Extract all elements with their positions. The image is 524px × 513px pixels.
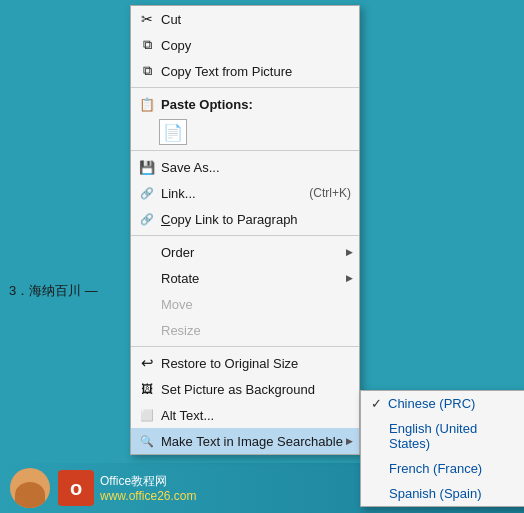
menu-item-restore[interactable]: Restore to Original Size [131, 350, 359, 376]
menu-item-link[interactable]: Link... (Ctrl+K) [131, 180, 359, 206]
restore-icon [137, 354, 157, 372]
menu-item-paste-header: 📋 Paste Options: [131, 91, 359, 117]
menu-item-alt-text[interactable]: Alt Text... [131, 402, 359, 428]
rotate-icon [137, 269, 157, 287]
office-logo: o [58, 470, 94, 506]
alt-text-label: Alt Text... [161, 408, 351, 423]
copy-text-icon [137, 62, 157, 80]
submenu-item-english[interactable]: English (United States) [361, 416, 524, 456]
paste-options-label: Paste Options: [161, 97, 351, 112]
paste-icon-row: 📄 [131, 117, 359, 147]
submenu-item-french[interactable]: French (France) [361, 456, 524, 481]
copy-link-label: Copy Link to Paragraph [161, 212, 351, 227]
paste-header-icon: 📋 [137, 95, 157, 113]
submenu-item-spanish[interactable]: Spanish (Spain) [361, 481, 524, 506]
left-label: 3．海纳百川 — [5, 280, 102, 302]
alttext-icon [137, 406, 157, 424]
menu-item-copy-text[interactable]: Copy Text from Picture [131, 58, 359, 84]
menu-item-copy-link[interactable]: Copy Link to Paragraph [131, 206, 359, 232]
move-icon [137, 295, 157, 313]
copylink-icon [137, 210, 157, 228]
watermark-info: Office教程网 www.office26.com [100, 473, 197, 504]
site-url: www.office26.com [100, 489, 197, 503]
menu-item-resize: Resize [131, 317, 359, 343]
submenu: Chinese (PRC) English (United States) Fr… [360, 390, 524, 507]
separator-1 [131, 87, 359, 88]
context-menu: Cut Copy Copy Text from Picture 📋 Paste … [130, 5, 360, 455]
cut-label: Cut [161, 12, 351, 27]
move-label: Move [161, 297, 351, 312]
avatar-body [15, 482, 45, 508]
office-logo-letter: o [70, 477, 82, 500]
copy-label: Copy [161, 38, 351, 53]
separator-2 [131, 150, 359, 151]
menu-item-order[interactable]: Order [131, 239, 359, 265]
link-icon [137, 184, 157, 202]
set-bg-label: Set Picture as Background [161, 382, 351, 397]
resize-icon [137, 321, 157, 339]
separator-4 [131, 346, 359, 347]
link-shortcut: (Ctrl+K) [309, 186, 351, 200]
site-name: Office教程网 [100, 473, 197, 490]
french-label: French (France) [389, 461, 482, 476]
order-label: Order [161, 245, 351, 260]
restore-label: Restore to Original Size [161, 356, 351, 371]
menu-item-make-text[interactable]: Make Text in Image Searchable [131, 428, 359, 454]
separator-3 [131, 235, 359, 236]
maketext-icon [137, 432, 157, 450]
menu-item-move: Move [131, 291, 359, 317]
save-label: Save As... [161, 160, 351, 175]
rotate-label: Rotate [161, 271, 351, 286]
menu-item-rotate[interactable]: Rotate [131, 265, 359, 291]
save-icon [137, 158, 157, 176]
resize-label: Resize [161, 323, 351, 338]
copy-icon [137, 36, 157, 54]
chinese-label: Chinese (PRC) [388, 396, 475, 411]
paste-icon-button[interactable]: 📄 [159, 119, 187, 145]
setbg-icon [137, 380, 157, 398]
avatar [10, 468, 50, 508]
menu-item-save[interactable]: Save As... [131, 154, 359, 180]
copy-text-label: Copy Text from Picture [161, 64, 351, 79]
link-label: Link... [161, 186, 301, 201]
menu-item-cut[interactable]: Cut [131, 6, 359, 32]
order-icon [137, 243, 157, 261]
english-label: English (United States) [389, 421, 519, 451]
cut-icon [137, 10, 157, 28]
menu-item-copy[interactable]: Copy [131, 32, 359, 58]
submenu-item-chinese[interactable]: Chinese (PRC) [361, 391, 524, 416]
paste-icon-symbol: 📄 [163, 123, 183, 142]
make-text-label: Make Text in Image Searchable [161, 434, 351, 449]
menu-item-set-bg[interactable]: Set Picture as Background [131, 376, 359, 402]
spanish-label: Spanish (Spain) [389, 486, 482, 501]
